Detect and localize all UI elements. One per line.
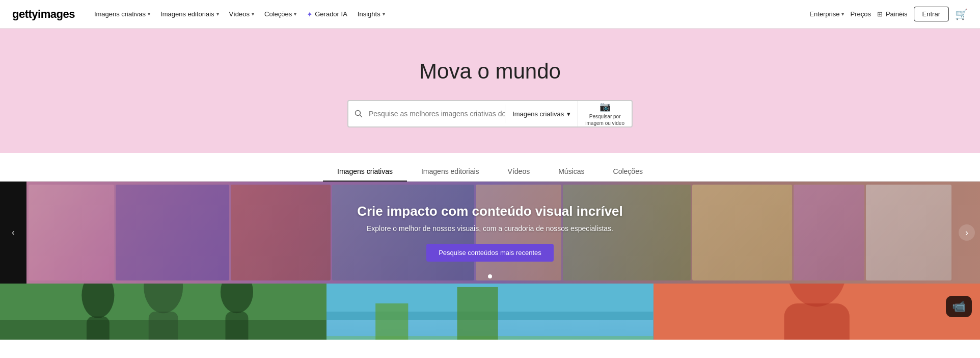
chevron-down-icon: ▾ bbox=[252, 11, 254, 17]
svg-rect-15 bbox=[457, 287, 498, 340]
grid-tile-2[interactable] bbox=[326, 284, 653, 340]
category-tabs: Imagens criativas Imagens editoriais Víd… bbox=[0, 153, 980, 182]
grid-icon: ⊞ bbox=[877, 10, 883, 18]
chevron-down-icon: ▾ bbox=[383, 11, 385, 17]
tab-musicas[interactable]: Músicas bbox=[544, 162, 598, 182]
video-badge[interactable]: 📹 bbox=[946, 296, 972, 317]
camera-icon: 📷 bbox=[600, 101, 611, 112]
search-type-button[interactable]: Imagens criativas ▾ bbox=[505, 102, 578, 125]
grid-tile-1[interactable] bbox=[0, 284, 326, 340]
entrar-button[interactable]: Entrar bbox=[914, 7, 949, 21]
carousel-subtitle: Explore o melhor de nossos visuais, com … bbox=[357, 224, 623, 233]
nav-colecoes[interactable]: Coleções ▾ bbox=[259, 0, 302, 29]
nav-imagens-editoriais[interactable]: Imagens editoriais ▾ bbox=[155, 0, 224, 29]
search-icon bbox=[348, 110, 369, 118]
bottom-grid bbox=[0, 284, 980, 340]
search-image-label: Pesquisar porimagem ou vídeo bbox=[585, 113, 624, 126]
svg-rect-9 bbox=[226, 312, 249, 340]
tab-colecoes[interactable]: Coleções bbox=[599, 162, 657, 182]
nav-gerador-ia[interactable]: ✦ Gerador IA bbox=[302, 0, 352, 29]
nav-right: Enterprise ▾ Preços ⊞ Painéis Entrar 🛒 bbox=[809, 7, 968, 21]
carousel-left-strip: ‹ bbox=[0, 182, 26, 284]
tab-imagens-criativas[interactable]: Imagens criativas bbox=[323, 162, 407, 182]
svg-line-1 bbox=[360, 115, 362, 117]
svg-rect-7 bbox=[149, 312, 178, 340]
tab-videos[interactable]: Vídeos bbox=[494, 162, 545, 182]
svg-rect-5 bbox=[87, 317, 110, 340]
chevron-down-icon: ▾ bbox=[148, 11, 150, 17]
prev-slide-icon: ‹ bbox=[12, 228, 14, 237]
next-slide-button[interactable]: › bbox=[959, 224, 975, 241]
tab-imagens-editoriais[interactable]: Imagens editoriais bbox=[407, 162, 494, 182]
nav-insights[interactable]: Insights ▾ bbox=[352, 0, 390, 29]
chevron-down-icon: ▾ bbox=[841, 11, 844, 17]
cart-icon[interactable]: 🛒 bbox=[955, 8, 968, 20]
svg-rect-14 bbox=[376, 303, 409, 340]
search-by-image-button[interactable]: 📷 Pesquisar porimagem ou vídeo bbox=[578, 101, 632, 126]
chevron-down-icon: ▾ bbox=[567, 110, 570, 118]
chevron-right-icon: › bbox=[965, 227, 968, 238]
nav-videos[interactable]: Vídeos ▾ bbox=[224, 0, 259, 29]
svg-rect-18 bbox=[784, 303, 849, 340]
carousel-dot-1[interactable] bbox=[488, 274, 492, 278]
nav-imagens-criativas[interactable]: Imagens criativas ▾ bbox=[89, 0, 155, 29]
nav-enterprise[interactable]: Enterprise ▾ bbox=[809, 10, 844, 18]
main-nav: gettyimages Imagens criativas ▾ Imagens … bbox=[0, 0, 980, 29]
grid-tile-3[interactable] bbox=[654, 284, 980, 340]
search-input[interactable] bbox=[369, 104, 505, 124]
carousel-title: Crie impacto com conteúdo visual incríve… bbox=[357, 203, 623, 219]
paineis-button[interactable]: ⊞ Painéis bbox=[877, 10, 908, 18]
carousel-inner: ‹ Crie impacto com conteúdo visual incrí… bbox=[0, 182, 980, 284]
hero-section: Mova o mundo Imagens criativas ▾ 📷 Pesqu… bbox=[0, 29, 980, 153]
chevron-down-icon: ▾ bbox=[216, 11, 219, 17]
hero-title: Mova o mundo bbox=[12, 59, 968, 84]
video-camera-icon: 📹 bbox=[952, 300, 966, 313]
carousel-section: ‹ Crie impacto com conteúdo visual incrí… bbox=[0, 182, 980, 284]
search-bar: Imagens criativas ▾ 📷 Pesquisar porimage… bbox=[347, 100, 633, 127]
carousel-dots bbox=[488, 274, 492, 278]
chevron-down-icon: ▾ bbox=[294, 11, 296, 17]
nav-precos[interactable]: Preços bbox=[850, 10, 870, 18]
nav-left: gettyimages Imagens criativas ▾ Imagens … bbox=[12, 0, 390, 29]
carousel-cta-button[interactable]: Pesquise conteúdos mais recentes bbox=[426, 244, 554, 262]
logo[interactable]: gettyimages bbox=[12, 8, 75, 21]
ai-star-icon: ✦ bbox=[307, 10, 313, 18]
carousel-content: Crie impacto com conteúdo visual incríve… bbox=[357, 203, 623, 262]
